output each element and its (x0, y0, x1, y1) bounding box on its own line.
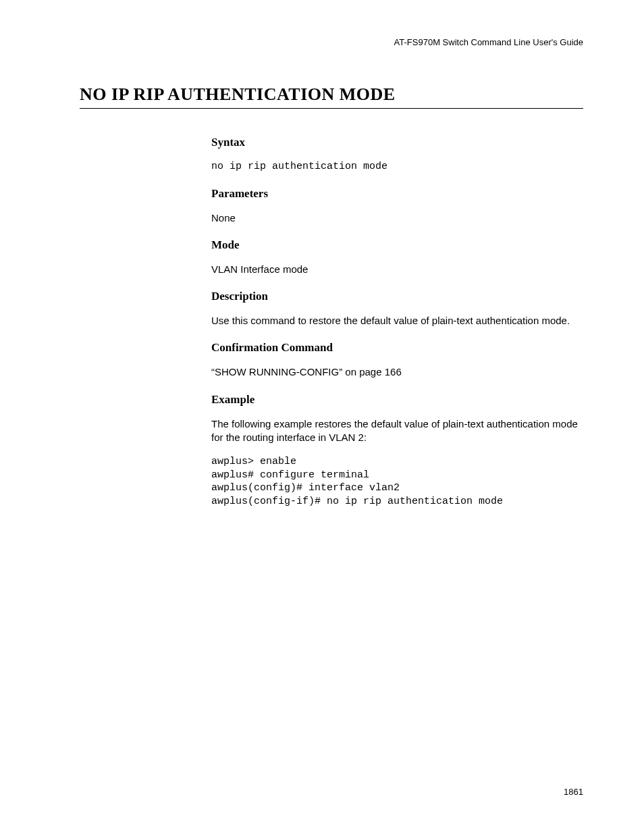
parameters-value: None (211, 211, 583, 225)
header-guide-title: AT-FS970M Switch Command Line User's Gui… (80, 37, 583, 47)
syntax-command: no ip rip authentication mode (211, 160, 583, 174)
content-body: Syntax no ip rip authentication mode Par… (211, 136, 583, 508)
example-intro: The following example restores the defau… (211, 417, 583, 445)
description-heading: Description (211, 290, 583, 303)
confirmation-text: “SHOW RUNNING-CONFIG” on page 166 (211, 365, 583, 379)
example-heading: Example (211, 393, 583, 407)
document-page: AT-FS970M Switch Command Line User's Gui… (0, 0, 644, 540)
mode-value: VLAN Interface mode (211, 263, 583, 276)
page-number: 1861 (564, 787, 583, 797)
confirmation-heading: Confirmation Command (211, 341, 583, 355)
mode-heading: Mode (211, 238, 583, 252)
example-code: awplus> enable awplus# configure termina… (211, 455, 583, 508)
syntax-heading: Syntax (211, 136, 583, 149)
page-title: NO IP RIP AUTHENTICATION MODE (80, 84, 583, 109)
description-text: Use this command to restore the default … (211, 314, 583, 328)
parameters-heading: Parameters (211, 187, 583, 201)
